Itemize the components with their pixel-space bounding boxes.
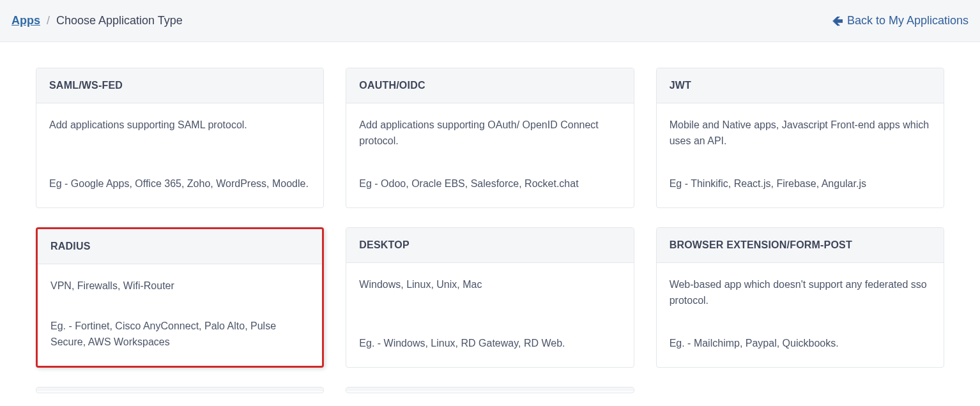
card-jwt[interactable]: JWT Mobile and Native apps, Javascript F… — [656, 68, 944, 208]
card-stub[interactable] — [36, 387, 324, 393]
card-example: Eg - Google Apps, Office 365, Zoho, Word… — [49, 176, 310, 192]
breadcrumb: Apps / Choose Application Type — [11, 14, 183, 27]
arrow-left-icon: 🡸 — [832, 15, 843, 27]
breadcrumb-root[interactable]: Apps — [11, 14, 40, 27]
breadcrumb-separator: / — [47, 14, 50, 27]
card-desktop[interactable]: DESKTOP Windows, Linux, Unix, Mac Eg. - … — [346, 227, 634, 368]
card-body: Add applications supporting OAuth/ OpenI… — [346, 103, 633, 207]
card-body: Add applications supporting SAML protoco… — [36, 103, 323, 207]
card-title: RADIUS — [38, 229, 322, 264]
card-title: OAUTH/OIDC — [346, 68, 633, 103]
breadcrumb-current: Choose Application Type — [56, 14, 183, 27]
card-example: Eg - Odoo, Oracle EBS, Salesforce, Rocke… — [359, 176, 620, 192]
card-body: Windows, Linux, Unix, Mac Eg. - Windows,… — [346, 263, 633, 367]
back-link-label: Back to My Applications — [847, 14, 969, 27]
card-description: Web-based app which doesn't support any … — [670, 277, 931, 309]
card-description: VPN, Firewalls, Wifi-Router — [50, 278, 309, 294]
card-description: Windows, Linux, Unix, Mac — [359, 277, 620, 293]
top-bar: Apps / Choose Application Type 🡸 Back to… — [0, 0, 980, 42]
card-title — [36, 387, 323, 391]
card-body: Web-based app which doesn't support any … — [657, 263, 944, 367]
card-example: Eg. - Fortinet, Cisco AnyConnect, Palo A… — [50, 319, 309, 350]
card-example: Eg - Thinkific, React.js, Firebase, Angu… — [670, 176, 931, 192]
card-radius[interactable]: RADIUS VPN, Firewalls, Wifi-Router Eg. -… — [36, 227, 324, 368]
card-description: Add applications supporting SAML protoco… — [49, 117, 310, 133]
card-description: Mobile and Native apps, Javascript Front… — [670, 117, 931, 149]
app-type-grid: SAML/WS-FED Add applications supporting … — [36, 68, 944, 393]
card-title: SAML/WS-FED — [36, 68, 323, 103]
card-description: Add applications supporting OAuth/ OpenI… — [359, 117, 620, 149]
card-example: Eg. - Mailchimp, Paypal, Quickbooks. — [670, 336, 931, 352]
card-browser-extension[interactable]: BROWSER EXTENSION/FORM-POST Web-based ap… — [656, 227, 944, 368]
card-title — [346, 387, 633, 391]
card-title: JWT — [657, 68, 944, 103]
back-to-applications-link[interactable]: 🡸 Back to My Applications — [832, 14, 969, 27]
card-saml-ws-fed[interactable]: SAML/WS-FED Add applications supporting … — [36, 68, 324, 208]
card-oauth-oidc[interactable]: OAUTH/OIDC Add applications supporting O… — [346, 68, 634, 208]
card-title: DESKTOP — [346, 228, 633, 263]
card-title: BROWSER EXTENSION/FORM-POST — [657, 228, 944, 263]
card-stub[interactable] — [346, 387, 634, 393]
card-example: Eg. - Windows, Linux, RD Gateway, RD Web… — [359, 336, 620, 352]
content-area: SAML/WS-FED Add applications supporting … — [0, 42, 980, 406]
card-body: VPN, Firewalls, Wifi-Router Eg. - Fortin… — [38, 264, 322, 366]
card-body: Mobile and Native apps, Javascript Front… — [657, 103, 944, 207]
